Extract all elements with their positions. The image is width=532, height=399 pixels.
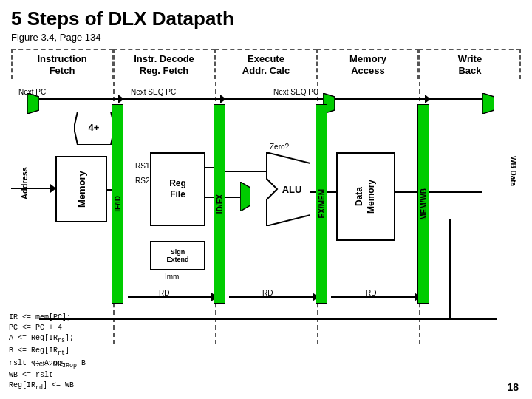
code-line-3: A <= Reg[IRrs]; <box>9 333 86 346</box>
next-pc-label: Next PC <box>18 88 46 96</box>
wb-feedback-line-h <box>39 318 497 320</box>
oct-date: Oct. 2005 <box>33 360 65 368</box>
code-section: IR <= mem[PC]; PC <= PC + 4 A <= Reg[IRr… <box>9 313 86 393</box>
idex-to-alu-rs2 <box>225 197 240 198</box>
stage-header-3: ExecuteAddr. Calc <box>215 49 317 79</box>
code-line-2: PC <= PC + 4 <box>9 323 86 333</box>
address-label: Address <box>20 167 29 200</box>
pc-arrow-4 <box>425 95 431 103</box>
pc-arrow-2 <box>220 95 226 103</box>
datamem-to-memwb <box>395 191 420 193</box>
code-line-4: B <= Reg[IRrt] <box>9 346 86 358</box>
rd-label-2: RD <box>262 289 273 297</box>
code-line-6: WB <= rslt <box>9 370 86 381</box>
sign-extend-block: SignExtend <box>150 241 205 270</box>
rd-line-2 <box>229 296 318 298</box>
svg-marker-2 <box>482 93 494 114</box>
pc-flow-line <box>33 98 491 100</box>
address-arrow <box>11 188 55 189</box>
idex-to-alu-rs1 <box>225 171 266 172</box>
code-line-1: IR <= mem[PC]; <box>9 313 86 323</box>
ex-mem-register: EX/MEM <box>316 104 327 304</box>
stage-header-4: MemoryAccess <box>317 49 419 79</box>
stages-header: InstructionFetch Instr. DecodeReg. Fetch… <box>11 49 521 79</box>
id-ex-register: ID/EX <box>214 104 225 304</box>
rd-line-1 <box>128 296 216 298</box>
pc-arrow-1 <box>118 95 124 103</box>
stage-header-1: InstructionFetch <box>11 49 113 79</box>
alu-shape: ALU <box>266 152 310 229</box>
svg-marker-7 <box>240 182 250 211</box>
page-title: 5 Steps of DLX Datapath <box>11 7 521 30</box>
next-seq-pc-label-2: Next SEQ PC <box>273 88 318 96</box>
diagram-area: Next PC Next SEQ PC Next SEQ PC <box>11 82 521 344</box>
pc-mux <box>27 93 39 117</box>
svg-marker-0 <box>27 93 39 114</box>
page-number: 18 <box>507 381 519 393</box>
stage-header-5: WriteBack <box>419 49 521 79</box>
imm-label: Imm <box>165 273 179 281</box>
code-line-7: Reg[IRrd] <= WB <box>9 381 86 393</box>
svg-text:4+: 4+ <box>89 122 100 133</box>
page-subtitle: Figure 3.4, Page 134 <box>11 32 521 43</box>
mem-wb-register: MEM/WB <box>417 104 429 304</box>
wb-mux <box>482 93 494 117</box>
svg-text:ALU: ALU <box>282 184 302 195</box>
data-memory-block: DataMemory <box>336 152 395 241</box>
rd-label-1: RD <box>159 289 169 297</box>
next-seq-pc-label-1: Next SEQ PC <box>131 88 176 96</box>
memwb-to-wbmux <box>429 191 482 193</box>
rs2-label: RS2 <box>135 177 149 185</box>
if-id-register: IF/ID <box>112 104 123 304</box>
wb-feedback-arrowhead <box>449 219 451 320</box>
rd-label-3: RD <box>366 289 376 297</box>
memory-block: Memory <box>55 156 107 222</box>
reg-file-block: RegFile <box>150 152 205 226</box>
zero-label: Zero? <box>270 143 289 151</box>
stage-header-2: Instr. DecodeReg. Fetch <box>113 49 215 79</box>
adder-shape: 4+ <box>74 112 115 148</box>
alu-input-mux <box>240 182 250 214</box>
rs1-label: RS1 <box>135 162 149 170</box>
wb-data-label: WB Data <box>509 156 517 186</box>
